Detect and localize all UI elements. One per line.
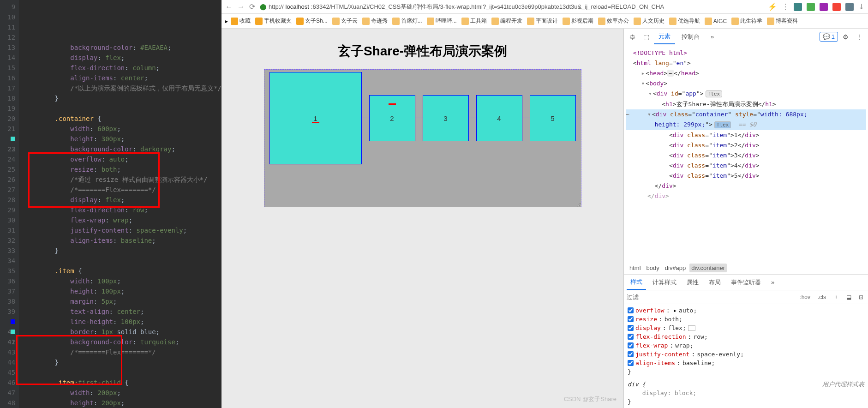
breadcrumb-item[interactable]: div#app <box>663 264 688 272</box>
dom-head[interactable]: ▸<head>⋯</head> <box>626 68 866 78</box>
style-prop-checkbox[interactable] <box>628 360 634 366</box>
code-line[interactable]: height: 200px; <box>24 398 221 408</box>
tab-console[interactable]: 控制台 <box>677 30 704 44</box>
device-icon[interactable]: ⬚ <box>641 31 652 42</box>
code-line[interactable]: line-height: 100px; <box>24 317 221 327</box>
breadcrumb-item[interactable]: body <box>645 264 661 272</box>
code-line[interactable]: } <box>24 93 221 103</box>
dom-h1[interactable]: <h1>玄子Share-弹性布局演示案例</h1> <box>626 99 866 109</box>
code-line[interactable] <box>24 103 221 114</box>
dom-item-row[interactable]: <div class="item">4</div> <box>626 161 866 171</box>
bookmark-item[interactable]: 博客资料 <box>767 17 798 25</box>
dom-tree[interactable]: <!DOCTYPE html> <html lang="en"> ▸<head>… <box>624 45 868 261</box>
code-line[interactable]: align-items: baseline; <box>24 235 221 246</box>
code-line[interactable]: } <box>24 357 221 367</box>
url-field[interactable]: ⬤ http://localhost:63342/HTML/XuanZi/CH0… <box>260 3 763 11</box>
code-line[interactable]: } <box>24 246 221 256</box>
bookmark-item[interactable]: 此生待学 <box>731 17 762 25</box>
breadcrumb-item[interactable]: html <box>628 264 643 272</box>
code-line[interactable]: display: flex; <box>24 53 221 63</box>
style-property-row[interactable]: align-items: baseline; <box>628 359 864 367</box>
hov-toggle[interactable]: :hov <box>798 293 812 301</box>
bookmark-item[interactable]: 人文历史 <box>634 17 664 25</box>
tab-elements[interactable]: 元素 <box>654 30 675 44</box>
breadcrumb-item[interactable]: div.container <box>689 264 727 272</box>
ext-icon-3[interactable] <box>820 3 828 11</box>
code-line[interactable]: text-align: center; <box>24 306 221 317</box>
style-prop-checkbox[interactable] <box>628 342 634 348</box>
add-rule-icon[interactable]: ＋ <box>832 292 841 302</box>
menu-icon[interactable]: ⋮ <box>782 2 789 11</box>
dom-body[interactable]: ▾<body> <box>626 78 866 89</box>
reload-icon[interactable]: ⟳ <box>249 2 255 11</box>
code-line[interactable]: background-color: turquoise; <box>24 337 221 347</box>
code-line[interactable]: width: 200px; <box>24 388 221 398</box>
code-line[interactable]: align-items: center; <box>24 73 221 83</box>
bookmark-item[interactable]: 优选导航 <box>669 17 700 25</box>
dom-container[interactable]: ⋯ ▾<div class="container" style="width: … <box>626 109 866 120</box>
bookmark-item[interactable]: 影视后期 <box>563 17 593 25</box>
code-line[interactable]: border: 1px solid blue; <box>24 327 221 337</box>
cls-toggle[interactable]: .cls <box>816 293 828 301</box>
style-property-row[interactable]: flex-direction: row; <box>628 332 864 341</box>
code-line[interactable]: width: 600px; <box>24 124 221 134</box>
code-line[interactable]: .item { <box>24 266 221 276</box>
bookmark-item[interactable]: 玄子Sh... <box>296 17 328 25</box>
styles-pane[interactable]: overflow: ▸ auto; resize: both; display:… <box>624 304 868 408</box>
code-area[interactable]: background-color: #EAEAEA; display: flex… <box>19 0 221 408</box>
dom-app[interactable]: ▾<div id="app">flex <box>626 89 866 99</box>
dom-html[interactable]: <html lang="en"> <box>626 58 866 68</box>
flash-icon[interactable]: ⚡ <box>768 2 777 11</box>
styles-filter-input[interactable] <box>627 294 794 300</box>
style-property-row[interactable]: overflow: ▸ auto; <box>628 306 864 315</box>
code-line[interactable]: height: 100px; <box>24 286 221 296</box>
ext-icon-4[interactable] <box>832 3 841 11</box>
code-line[interactable]: background-color: darkgray; <box>24 144 221 154</box>
code-line[interactable]: overflow: auto; <box>24 154 221 164</box>
computed-sidebar-icon[interactable]: ⬓ <box>844 293 853 301</box>
code-line[interactable]: .container { <box>24 114 221 124</box>
bookmark-item[interactable]: 哔哩哔... <box>427 17 457 25</box>
flex-swatch-icon[interactable] <box>688 325 695 331</box>
code-line[interactable]: /*=======Flex=======*/ <box>24 185 221 195</box>
dom-close-app[interactable]: </div> <box>626 191 866 201</box>
tab-more[interactable]: » <box>706 30 718 43</box>
code-line[interactable]: width: 100px; <box>24 276 221 286</box>
dom-item-row[interactable]: <div class="item">2</div> <box>626 140 866 150</box>
panel-icon[interactable]: ⊡ <box>857 293 865 301</box>
styles-tab[interactable]: » <box>767 276 778 288</box>
bookmark-item[interactable]: 奇迹秀 <box>362 17 388 25</box>
back-icon[interactable]: ← <box>225 3 233 11</box>
forward-icon[interactable]: → <box>237 3 245 11</box>
style-prop-checkbox[interactable] <box>628 351 634 357</box>
dom-item-row[interactable]: <div class="item">1</div> <box>626 130 866 140</box>
dom-container-2[interactable]: height: 299px;">flex == $0 <box>626 120 866 130</box>
bookmark-item[interactable]: AIGC <box>705 17 727 25</box>
bookmark-item[interactable]: 收藏 <box>231 17 251 25</box>
style-property-row[interactable]: display: flex; <box>628 324 864 332</box>
code-line[interactable]: resize: both; <box>24 164 221 174</box>
dom-item-row[interactable]: <div class="item">5</div> <box>626 171 866 181</box>
code-line[interactable]: .item:first-child { <box>24 378 221 388</box>
code-line[interactable]: /*=======Flex=======*/ <box>24 347 221 357</box>
code-line[interactable]: justify-content: space-evenly; <box>24 225 221 235</box>
styles-tab[interactable]: 事件监听器 <box>727 276 765 289</box>
code-line[interactable]: height: 300px; <box>24 134 221 144</box>
style-property-row[interactable]: resize: both; <box>628 315 864 324</box>
code-line[interactable]: flex-direction: column; <box>24 63 221 73</box>
style-prop-checkbox[interactable] <box>628 325 634 331</box>
devtools-menu-icon[interactable]: ⋮ <box>853 31 865 42</box>
bookmark-item[interactable]: 编程开发 <box>491 17 522 25</box>
download-icon[interactable]: ⤓ <box>858 2 864 11</box>
dom-item-row[interactable]: <div class="item">3</div> <box>626 150 866 161</box>
code-line[interactable]: display: flex; <box>24 195 221 205</box>
inspect-icon[interactable]: ⯐ <box>627 31 639 42</box>
ext-grid-icon[interactable] <box>845 3 854 11</box>
style-prop-checkbox[interactable] <box>628 307 634 313</box>
code-line[interactable]: /*通过 resize 样式自由调整演示容器大小*/ <box>24 174 221 185</box>
code-line[interactable]: /*以上为演示案例的底板样式，仅用于布局无意义*/ <box>24 83 221 93</box>
style-property-row[interactable]: flex-wrap: wrap; <box>628 341 864 350</box>
styles-tab[interactable]: 计算样式 <box>649 276 680 289</box>
bookmarks-toggle-icon[interactable]: ▸ <box>225 18 228 24</box>
code-line[interactable]: background-color: #EAEAEA; <box>24 42 221 53</box>
